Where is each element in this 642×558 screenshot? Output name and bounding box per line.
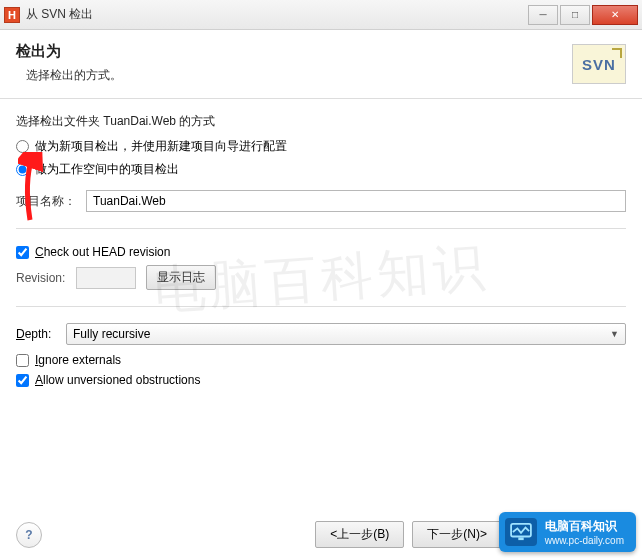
minimize-button[interactable]: ─ [528, 5, 558, 25]
depth-row: Depth: Fully recursive ▼ [16, 323, 626, 345]
radio-new-project[interactable]: 做为新项目检出，并使用新建项目向导进行配置 [16, 138, 626, 155]
close-button[interactable]: ✕ [592, 5, 638, 25]
radio-workspace-project-label: 做为工作空间中的项目检出 [35, 161, 179, 178]
divider-2 [16, 306, 626, 307]
depth-select[interactable]: Fully recursive ▼ [66, 323, 626, 345]
project-name-row: 项目名称： [16, 190, 626, 212]
project-name-label: 项目名称： [16, 193, 86, 210]
back-button[interactable]: <上一步(B) [315, 521, 404, 548]
header-subtitle: 选择检出的方式。 [26, 67, 626, 84]
allow-unversioned-obstructions[interactable]: Allow unversioned obstructions [16, 373, 626, 387]
revision-row: Revision: 显示日志 [16, 265, 626, 290]
app-icon: H [4, 7, 20, 23]
ignore-externals-label: Ignore externals [35, 353, 121, 367]
header-title: 检出为 [16, 42, 626, 61]
badge-sub-text: www.pc-daily.com [545, 535, 624, 546]
window-controls: ─ □ ✕ [526, 5, 638, 25]
project-name-input[interactable] [86, 190, 626, 212]
badge-main-text: 电脑百科知识 [545, 519, 617, 533]
revision-label: Revision: [16, 271, 76, 285]
checkout-head-revision-checkbox[interactable] [16, 246, 29, 259]
chevron-down-icon: ▼ [610, 329, 619, 339]
title-bar: H 从 SVN 检出 ─ □ ✕ [0, 0, 642, 30]
radio-workspace-project-input[interactable] [16, 163, 29, 176]
maximize-button[interactable]: □ [560, 5, 590, 25]
monitor-icon [505, 518, 537, 546]
depth-label: Depth: [16, 327, 66, 341]
next-button[interactable]: 下一步(N)> [412, 521, 502, 548]
checkout-prompt: 选择检出文件夹 TuanDai.Web 的方式 [16, 113, 626, 130]
help-button[interactable]: ? [16, 522, 42, 548]
ignore-externals[interactable]: Ignore externals [16, 353, 626, 367]
checkout-head-revision[interactable]: Check out HEAD revision [16, 245, 626, 259]
allow-unversioned-checkbox[interactable] [16, 374, 29, 387]
show-log-button[interactable]: 显示日志 [146, 265, 216, 290]
dialog-content: 选择检出文件夹 TuanDai.Web 的方式 做为新项目检出，并使用新建项目向… [0, 99, 642, 407]
svn-logo-icon: SVN [572, 44, 626, 84]
radio-workspace-project[interactable]: 做为工作空间中的项目检出 [16, 161, 626, 178]
svg-rect-1 [518, 537, 523, 540]
window-title: 从 SVN 检出 [26, 6, 526, 23]
divider-1 [16, 228, 626, 229]
dialog-header: 检出为 选择检出的方式。 SVN [0, 30, 642, 99]
site-badge: 电脑百科知识 www.pc-daily.com [499, 512, 636, 552]
ignore-externals-checkbox[interactable] [16, 354, 29, 367]
checkout-head-revision-label: Check out HEAD revision [35, 245, 170, 259]
allow-unversioned-label: Allow unversioned obstructions [35, 373, 200, 387]
radio-new-project-input[interactable] [16, 140, 29, 153]
revision-input [76, 267, 136, 289]
depth-select-value: Fully recursive [73, 327, 150, 341]
radio-new-project-label: 做为新项目检出，并使用新建项目向导进行配置 [35, 138, 287, 155]
